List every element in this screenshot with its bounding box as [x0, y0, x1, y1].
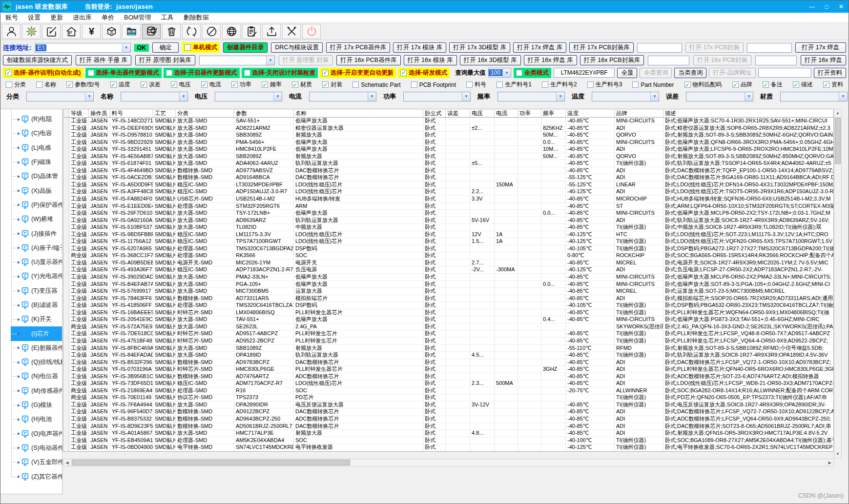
row-header[interactable]	[63, 380, 69, 387]
table-row[interactable]: 工业级 JASEN YF-IS-A3FF48C8 SMD贴片 稳压IC-SMD …	[63, 188, 833, 196]
column-toggle[interactable]: 名称	[36, 81, 56, 89]
open-brand-site-button[interactable]: 打开-品牌网址	[709, 68, 755, 78]
query-current-class-button[interactable]: 当类查询	[674, 68, 706, 78]
empty-field-2[interactable]	[747, 43, 792, 53]
row-header[interactable]	[63, 224, 69, 231]
row-header[interactable]	[63, 231, 69, 239]
row-header[interactable]	[63, 167, 69, 175]
horizontal-scrollbar-thumb[interactable]	[72, 460, 350, 465]
row-header[interactable]	[63, 196, 69, 203]
column-header[interactable]: 卧立式	[423, 109, 446, 117]
sidebar-category-item[interactable]: (E)射频器件	[0, 341, 62, 355]
table-row[interactable]: 工业级 JASEN YF-IS-9BD22929 SMD贴片 放大器-SMD P…	[63, 139, 833, 146]
schematic-lib-combo[interactable]: ▼	[199, 56, 275, 65]
table-row[interactable]: 工业级 JASEN YF-IS-11756A12 SMD贴片 稳压IC-SMD …	[63, 238, 833, 245]
empty-field-1[interactable]	[637, 43, 682, 53]
open-doc-button[interactable]: 打开资料	[814, 68, 846, 78]
column-toggle[interactable]: 误差	[141, 81, 161, 89]
row-header[interactable]	[63, 281, 69, 288]
row-header[interactable]	[63, 366, 69, 373]
open-17x-pad-button[interactable]: 打开 17x 焊盘	[795, 42, 847, 53]
search-input[interactable]: LTM4622EY#PBF	[554, 68, 615, 78]
table-row[interactable]: 工业级 JASEN YF-IS-4F4649BD SMD贴片 数模转换-SMD …	[63, 167, 833, 175]
column-toggle[interactable]: 材质	[292, 81, 312, 89]
sidebar-category-item[interactable]: (A)座子/端子	[0, 241, 62, 255]
tree-expand-icon[interactable]	[18, 375, 20, 378]
sidebar-category-item[interactable]: (N)电位器	[0, 369, 62, 383]
table-row[interactable]: 工业级 JASEN YF-IS-73DF65D1 SMD贴片 稳压IC-SMD …	[63, 380, 833, 387]
column-header[interactable]: 工艺	[153, 109, 176, 117]
toolbar-button[interactable]	[122, 24, 141, 39]
column-toggle[interactable]: 封装	[322, 81, 342, 89]
mode-checkbox[interactable]: 选择-研发模式	[398, 68, 450, 78]
sidebar-category-item[interactable]: (S)电动器件	[0, 441, 62, 455]
table-row[interactable]: 工业级 JASEN YF-IS-96F540D7 SMD贴片 数模转换-SMD …	[63, 408, 833, 416]
column-header[interactable]: 品牌	[615, 109, 663, 117]
menu-item[interactable]: 单价	[97, 13, 119, 22]
table-row[interactable]: 工业级 JASEN YF-IS-E1EED0E4 SMD贴片 处理器-SMD S…	[63, 203, 833, 210]
row-header[interactable]	[63, 316, 69, 323]
tree-expand-icon[interactable]	[18, 304, 20, 307]
menu-item[interactable]: 工具	[156, 13, 179, 22]
row-header[interactable]	[63, 416, 69, 423]
table-row[interactable]: 工业级 JASEN YF-IS-EB4509A1 SMD贴片 处理器-SMD A…	[63, 437, 833, 444]
table-row[interactable]: 工业级 JASEN YF-IS-7DE518C0 SMD贴片 时钟芯片-SMD …	[63, 330, 833, 338]
toolbar-button[interactable]	[22, 24, 41, 39]
table-row[interactable]: 工业级 JASEN YF-IS-B532F296 SMD贴片 数模转换-SMD …	[63, 359, 833, 366]
toolbar-button[interactable]	[62, 24, 81, 39]
column-toggle[interactable]: 物料匹配码	[684, 81, 722, 89]
toolbar-button[interactable]	[222, 24, 241, 39]
filter-combo[interactable]: ▼	[780, 92, 848, 101]
sidebar-category-item[interactable]: (I)芯片	[0, 326, 62, 341]
table-row[interactable]: 工业级 JASEN YF-IS-B4EFAB7A SMD贴片 放大器-SMD P…	[63, 281, 833, 288]
minimize-button[interactable]: —	[805, 0, 819, 13]
toolbar-button[interactable]	[42, 24, 61, 39]
column-header[interactable]: 分类	[176, 109, 234, 117]
row-header[interactable]	[63, 118, 69, 125]
chevron-down-icon[interactable]: ▼	[273, 92, 282, 101]
open-schematic-footprint-button[interactable]: 打开 原理图 封装	[279, 55, 332, 65]
query-all-class-button[interactable]: 全类查询	[640, 68, 672, 78]
mode-checkbox[interactable]: 选择-开启器件更新模式	[164, 68, 240, 78]
chevron-down-icon[interactable]: ▼	[556, 92, 564, 101]
open-16x-library-button[interactable]: 打开 16x 3D模型 库	[460, 55, 521, 65]
sidebar-category-item[interactable]: (Q)排线/线材	[0, 355, 62, 369]
table-row[interactable]: 工业级 JASEN YF-IS-7F8A4944 SMD贴片 放大器-SMD O…	[63, 402, 833, 409]
horizontal-scrollbar[interactable]: ◀ ▶	[63, 459, 834, 466]
open-16x-library-button[interactable]: 打开 16x PCB封装库	[580, 55, 644, 65]
table-row[interactable]: 工业级 JASEN YF-IS-6207A965 SMD贴片 处理器-SMD T…	[63, 245, 833, 253]
toolbar-button[interactable]	[302, 24, 321, 39]
tree-expand-icon[interactable]	[18, 203, 20, 206]
row-header[interactable]	[63, 402, 69, 409]
toolbar-button[interactable]	[142, 24, 161, 39]
table-row[interactable]: 工业级 JASEN YF-IS-20541E9C SMD贴片 放大器-SMD T…	[63, 316, 833, 323]
sidebar-category-item[interactable]: (U)显示器件	[0, 255, 62, 269]
tree-expand-icon[interactable]	[18, 218, 20, 221]
sidebar-category-item[interactable]: (L)电感	[0, 141, 62, 155]
tree-expand-icon[interactable]	[18, 461, 20, 464]
tree-expand-icon[interactable]	[18, 432, 20, 435]
table-row[interactable]: 工业级 JASEN YF-IS-A5D0D9F5 SMD贴片 稳压IC-SMD …	[63, 181, 833, 189]
all-class-mode-checkbox[interactable]: 全类模式	[514, 68, 551, 78]
column-toggle[interactable]: 备注	[763, 81, 783, 89]
open-schematic-lib-button[interactable]: 打开 原理图 封装库	[135, 55, 195, 65]
table-row[interactable]: 工业级 JASEN YF-IS-39029DAD SMD贴片 放大器-SMD P…	[63, 274, 833, 281]
toolbar-button[interactable]	[2, 24, 21, 39]
column-toggle[interactable]: PCB Footprint	[411, 81, 456, 88]
sidebar-category-item[interactable]: (B)滤波器	[0, 298, 62, 312]
column-toggle[interactable]: 资料	[823, 81, 843, 89]
table-row[interactable]: 工业级 JASEN YF-IS-9BD5FBBF SMD贴片 稳压IC-SMD …	[63, 231, 833, 239]
column-header[interactable]: 参数	[234, 109, 294, 117]
menu-item[interactable]: 进出库	[68, 13, 97, 22]
confirm-button[interactable]: 确定	[152, 42, 179, 53]
toolbar-button[interactable]	[102, 24, 121, 39]
close-button[interactable]: ✕	[834, 0, 849, 13]
table-row[interactable]: 工业级 JASEN YF-IS-DEEF69D9 SMD贴片 放大器-SMD A…	[63, 125, 833, 132]
sidebar-category-item[interactable]: (W)桥堆	[0, 212, 62, 226]
tree-expand-icon[interactable]	[18, 389, 20, 392]
filter-combo[interactable]: ▼	[686, 92, 753, 101]
toolbar-button[interactable]	[82, 24, 101, 39]
filter-combo[interactable]: ▼	[592, 92, 659, 101]
row-header[interactable]	[63, 338, 69, 345]
row-header[interactable]	[63, 373, 69, 381]
